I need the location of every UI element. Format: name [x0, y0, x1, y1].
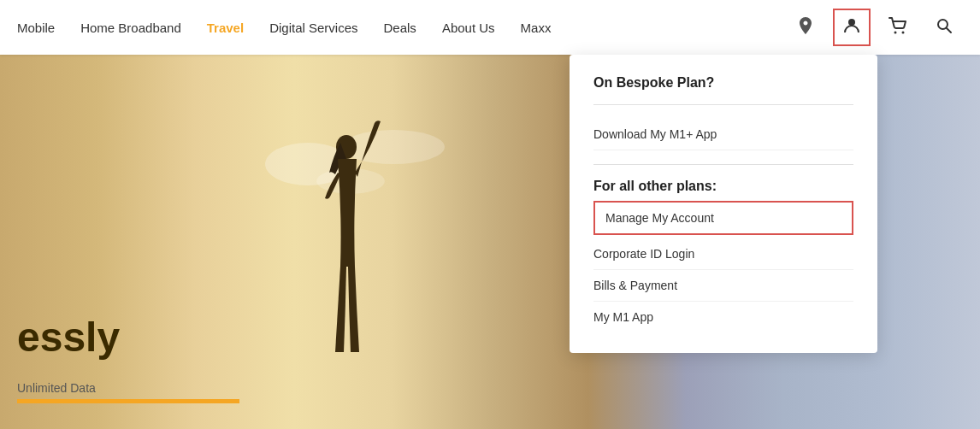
dropdown-divider-2 — [593, 164, 853, 165]
nav-links: MobileHome BroadbandTravelDigital Servic… — [17, 21, 787, 35]
dropdown-link-my-m1-app[interactable]: My M1 App — [593, 302, 853, 332]
location-button[interactable] — [787, 9, 824, 46]
hero-subtext: Unlimited Data — [17, 381, 96, 395]
dropdown-divider-1 — [593, 104, 853, 105]
nav-link-maxx[interactable]: Maxx — [521, 21, 552, 35]
nav-link-home-broadband[interactable]: Home Broadband — [80, 21, 181, 35]
nav-link-mobile[interactable]: Mobile — [17, 21, 55, 35]
nav-link-travel[interactable]: Travel — [207, 21, 244, 35]
user-icon — [843, 16, 860, 39]
nav-link-deals[interactable]: Deals — [384, 21, 416, 35]
location-icon — [797, 16, 814, 39]
hero-subtext-text: Unlimited Data — [17, 381, 96, 395]
navbar: MobileHome BroadbandTravelDigital Servic… — [0, 0, 980, 55]
nav-icons — [787, 9, 963, 46]
hero-bar — [17, 399, 239, 403]
other-plans-title: For all other plans: — [593, 179, 853, 194]
svg-point-6 — [902, 31, 905, 33]
svg-point-1 — [342, 130, 445, 164]
nav-link-about-us[interactable]: About Us — [442, 21, 495, 35]
hero-text-content: essly — [17, 314, 120, 360]
hero-silhouette — [257, 96, 445, 386]
svg-point-4 — [848, 19, 855, 26]
dropdown-link-bills-&-payment[interactable]: Bills & Payment — [593, 270, 853, 302]
svg-point-5 — [894, 31, 897, 33]
download-app-link[interactable]: Download My M1+ App — [593, 119, 853, 150]
dropdown-link-manage-my-account[interactable]: Manage My Account — [593, 201, 853, 235]
user-account-button[interactable] — [833, 9, 871, 46]
search-icon — [936, 17, 953, 38]
cart-button[interactable] — [879, 9, 917, 46]
search-button[interactable] — [925, 9, 963, 46]
bespoke-title: On Bespoke Plan? — [593, 75, 853, 91]
cart-icon — [888, 17, 907, 38]
dropdown-links: Manage My AccountCorporate ID LoginBills… — [593, 201, 853, 332]
nav-link-digital-services[interactable]: Digital Services — [269, 21, 357, 35]
hero-text: essly — [17, 315, 120, 361]
account-dropdown: On Bespoke Plan? Download My M1+ App For… — [570, 55, 877, 353]
dropdown-link-corporate-id-login[interactable]: Corporate ID Login — [593, 238, 853, 270]
